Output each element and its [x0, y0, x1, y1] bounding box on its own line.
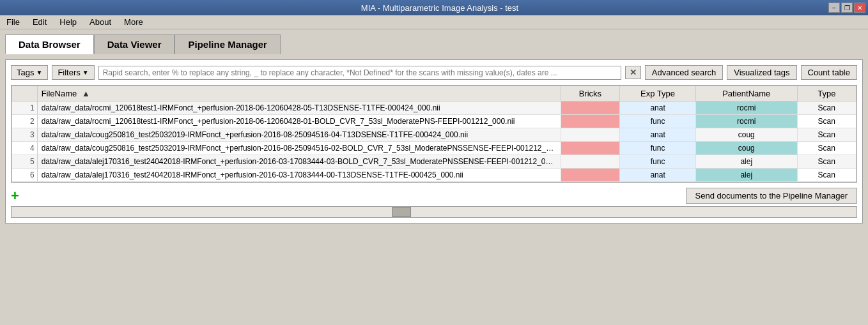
title-buttons: − ❐ ✕	[828, 3, 868, 13]
tags-button[interactable]: Tags ▼	[11, 65, 48, 80]
menu-bar: File Edit Help About More	[0, 15, 868, 29]
clear-search-button[interactable]: ✕	[625, 66, 641, 79]
type-header[interactable]: Type	[797, 86, 856, 102]
window-title: MIA - Multiparametric Image Analysis - t…	[51, 3, 828, 13]
filters-chevron-icon: ▼	[82, 69, 89, 76]
table-row[interactable]: 2data/raw_data/rocmi_120618test1-IRMFonc…	[12, 115, 856, 128]
filters-label: Filters	[58, 68, 80, 77]
patientname-cell: alej	[696, 155, 798, 169]
menu-more[interactable]: More	[120, 17, 147, 27]
sort-arrow-icon: ▲	[82, 89, 90, 98]
menu-help[interactable]: Help	[56, 17, 81, 27]
exptype-cell: anat	[620, 169, 696, 182]
horizontal-scrollbar[interactable]	[11, 206, 857, 218]
row-number: 3	[12, 128, 38, 142]
table-header-row: FileName ▲ Bricks Exp Type PatientName	[12, 86, 856, 102]
type-cell: Scan	[797, 155, 856, 169]
filename-cell: data/raw_data/rocmi_120618test1-IRMFonct…	[37, 115, 561, 128]
exptype-cell: func	[620, 142, 696, 155]
type-cell: Scan	[797, 128, 856, 142]
bottom-bar: + Send documents to the Pipeline Manager	[11, 188, 857, 204]
type-cell: Scan	[797, 142, 856, 155]
row-number: 4	[12, 142, 38, 155]
row-number: 5	[12, 155, 38, 169]
exptype-cell: func	[620, 155, 696, 169]
filename-header[interactable]: FileName ▲	[37, 86, 561, 102]
patientname-cell: alej	[696, 169, 798, 182]
toolbar: Tags ▼ Filters ▼ ✕ Advanced search Visua…	[11, 65, 857, 80]
type-cell: Scan	[797, 115, 856, 128]
row-number: 2	[12, 115, 38, 128]
bricks-cell	[561, 115, 619, 128]
tab-data-viewer[interactable]: Data Viewer	[94, 34, 175, 54]
patientname-cell: coug	[696, 128, 798, 142]
title-bar: MIA - Multiparametric Image Analysis - t…	[0, 0, 868, 15]
menu-file[interactable]: File	[3, 17, 24, 27]
table-row[interactable]: 4data/raw_data/coug250816_test25032019-I…	[12, 142, 856, 155]
filename-cell: data/raw_data/alej170316_test24042018-IR…	[37, 155, 561, 169]
tab-data-browser[interactable]: Data Browser	[5, 34, 94, 54]
bricks-cell	[561, 155, 619, 169]
filters-button[interactable]: Filters ▼	[52, 65, 94, 80]
table-row[interactable]: 5data/raw_data/alej170316_test24042018-I…	[12, 155, 856, 169]
bricks-cell	[561, 169, 619, 182]
tab-bar: Data Browser Data Viewer Pipeline Manage…	[5, 34, 863, 54]
visualized-tags-button[interactable]: Visualized tags	[727, 65, 796, 80]
filename-cell: data/raw_data/coug250816_test25032019-IR…	[37, 128, 561, 142]
patientname-cell: rocmi	[696, 115, 798, 128]
menu-edit[interactable]: Edit	[29, 17, 50, 27]
type-cell: Scan	[797, 102, 856, 115]
patientname-cell: rocmi	[696, 102, 798, 115]
main-content: Data Browser Data Viewer Pipeline Manage…	[0, 29, 868, 229]
patientname-header[interactable]: PatientName	[696, 86, 798, 102]
bricks-cell	[561, 102, 619, 115]
search-input[interactable]	[98, 66, 621, 80]
tags-chevron-icon: ▼	[36, 69, 42, 76]
row-num-header	[12, 86, 38, 102]
bricks-header[interactable]: Bricks	[561, 86, 619, 102]
exptype-cell: func	[620, 115, 696, 128]
row-number: 1	[12, 102, 38, 115]
table-row[interactable]: 1data/raw_data/rocmi_120618test1-IRMFonc…	[12, 102, 856, 115]
advanced-search-button[interactable]: Advanced search	[645, 65, 723, 80]
table-row[interactable]: 6data/raw_data/alej170316_test24042018-I…	[12, 169, 856, 182]
filename-cell: data/raw_data/rocmi_120618test1-IRMFonct…	[37, 102, 561, 115]
table-row[interactable]: 3data/raw_data/coug250816_test25032019-I…	[12, 128, 856, 142]
tab-pipeline-manager[interactable]: Pipeline Manager	[174, 34, 280, 54]
exptype-cell: anat	[620, 102, 696, 115]
bricks-cell	[561, 142, 619, 155]
filename-cell: data/raw_data/alej170316_test24042018-IR…	[37, 169, 561, 182]
menu-about[interactable]: About	[86, 17, 115, 27]
exptype-cell: anat	[620, 128, 696, 142]
count-table-button[interactable]: Count table	[801, 65, 858, 80]
close-button[interactable]: ✕	[854, 3, 865, 13]
data-browser-panel: Tags ▼ Filters ▼ ✕ Advanced search Visua…	[5, 59, 863, 223]
add-document-button[interactable]: +	[11, 189, 19, 203]
filename-cell: data/raw_data/coug250816_test25032019-IR…	[37, 142, 561, 155]
exptype-header[interactable]: Exp Type	[620, 86, 696, 102]
restore-button[interactable]: ❐	[841, 3, 853, 13]
data-table: FileName ▲ Bricks Exp Type PatientName	[12, 86, 856, 182]
type-cell: Scan	[797, 169, 856, 182]
minimize-button[interactable]: −	[828, 3, 840, 13]
row-number: 6	[12, 169, 38, 182]
bricks-cell	[561, 128, 619, 142]
patientname-cell: coug	[696, 142, 798, 155]
send-to-pipeline-button[interactable]: Send documents to the Pipeline Manager	[686, 188, 858, 204]
data-table-container: FileName ▲ Bricks Exp Type PatientName	[11, 85, 857, 183]
scrollbar-thumb[interactable]	[392, 207, 411, 217]
tags-label: Tags	[17, 68, 34, 77]
